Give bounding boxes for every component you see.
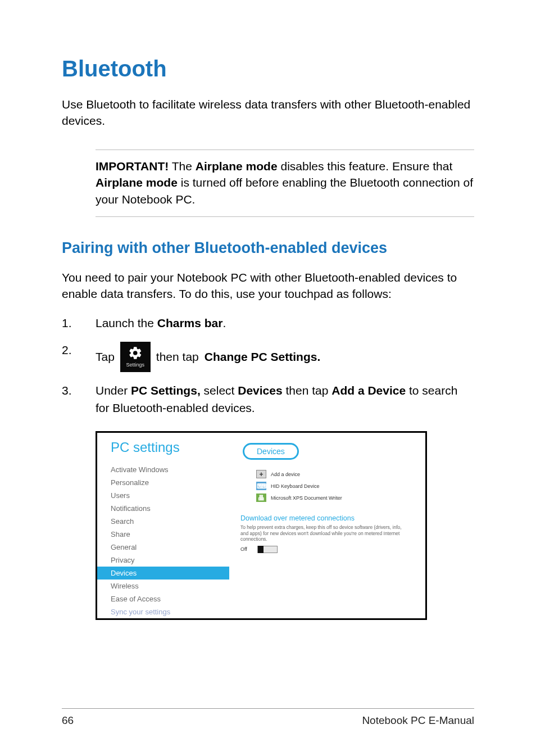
callout-lead: IMPORTANT! (96, 160, 169, 173)
sidebar-item-ease-of-access[interactable]: Ease of Access (111, 592, 229, 605)
page-footer: 66 Notebook PC E-Manual (62, 708, 474, 727)
sidebar-item-privacy[interactable]: Privacy (111, 554, 229, 567)
sidebar-item-notifications[interactable]: Notifications (111, 502, 229, 515)
sidebar-item-sync-settings[interactable]: Sync your settings (111, 605, 229, 618)
pc-settings-title: PC settings (111, 440, 229, 455)
step-number: 1. (62, 315, 96, 332)
device-row-printer[interactable]: 🖶 Microsoft XPS Document Writer (256, 494, 414, 502)
metered-heading: Download over metered connections (240, 514, 414, 522)
step-3: 3. Under PC Settings, select Devices the… (62, 382, 474, 417)
devices-label: Devices (238, 384, 282, 397)
metered-toggle-row: Off (240, 546, 414, 553)
callout-bold-2: Airplane mode (96, 176, 178, 189)
change-pc-settings-label: Change PC Settings. (205, 348, 321, 365)
pc-settings-screenshot: PC settings Activate Windows Personalize… (96, 431, 427, 620)
toggle-state-label: Off (240, 546, 247, 552)
plus-icon: + (256, 470, 266, 478)
sidebar-item-activate-windows[interactable]: Activate Windows (111, 463, 229, 476)
gear-icon (128, 346, 143, 360)
charms-bar-label: Charms bar (157, 316, 223, 329)
step-number: 3. (62, 382, 96, 399)
device-label: HID Keyboard Device (271, 483, 320, 489)
add-a-device-label: Add a Device (331, 384, 406, 397)
section-heading-bluetooth: Bluetooth (62, 56, 474, 82)
step-text: Launch the Charms bar. (96, 315, 474, 332)
device-row-keyboard[interactable]: ⌨ HID Keyboard Device (256, 482, 414, 490)
sidebar-item-share[interactable]: Share (111, 528, 229, 541)
sidebar-item-general[interactable]: General (111, 541, 229, 554)
settings-charm-tile: Settings (120, 342, 151, 372)
sidebar-item-devices[interactable]: Devices (97, 567, 229, 580)
manual-page: Bluetooth Use Bluetooth to facilitate wi… (0, 0, 536, 756)
pc-settings-label: PC Settings, (131, 384, 201, 397)
subsection-heading-pairing: Pairing with other Bluetooth-enabled dev… (62, 239, 474, 257)
sidebar-item-personalize[interactable]: Personalize (111, 476, 229, 489)
step-number: 2. (62, 342, 96, 359)
callout-text: The (169, 160, 195, 173)
sidebar-item-users[interactable]: Users (111, 489, 229, 502)
important-callout: IMPORTANT! The Airplane mode disables th… (96, 150, 474, 217)
step-2: 2. Tap Settings then tap Change PC Setti… (62, 342, 474, 372)
metered-toggle[interactable] (257, 546, 278, 553)
footer-title: Notebook PC E-Manual (362, 714, 474, 727)
intro-paragraph: Use Bluetooth to facilitate wireless dat… (62, 96, 474, 129)
step-text: Under PC Settings, select Devices then t… (96, 382, 474, 417)
add-device-row[interactable]: + Add a device (256, 470, 414, 478)
step-1: 1. Launch the Charms bar. (62, 315, 474, 332)
sidebar-item-wireless[interactable]: Wireless (111, 580, 229, 592)
callout-bold-1: Airplane mode (196, 160, 278, 173)
callout-text: disables this feature. Ensure that (278, 160, 453, 173)
steps-list: 1. Launch the Charms bar. 2. Tap Setting… (62, 315, 474, 427)
settings-tile-label: Settings (126, 361, 145, 369)
printer-icon: 🖶 (256, 494, 266, 502)
pc-settings-content: Devices + Add a device ⌨ HID Keyboard De… (229, 433, 425, 618)
keyboard-icon: ⌨ (256, 482, 266, 490)
step-text: Tap Settings then tap Change PC Settings… (96, 342, 474, 372)
add-device-label: Add a device (271, 472, 300, 477)
pc-settings-sidebar: PC settings Activate Windows Personalize… (97, 433, 229, 618)
page-number: 66 (62, 714, 74, 727)
devices-pane-title: Devices (243, 443, 299, 460)
pairing-intro: You need to pair your Notebook PC with o… (62, 269, 474, 302)
sidebar-item-search[interactable]: Search (111, 515, 229, 528)
device-label: Microsoft XPS Document Writer (271, 495, 342, 501)
metered-description: To help prevent extra charges, keep this… (240, 524, 403, 542)
